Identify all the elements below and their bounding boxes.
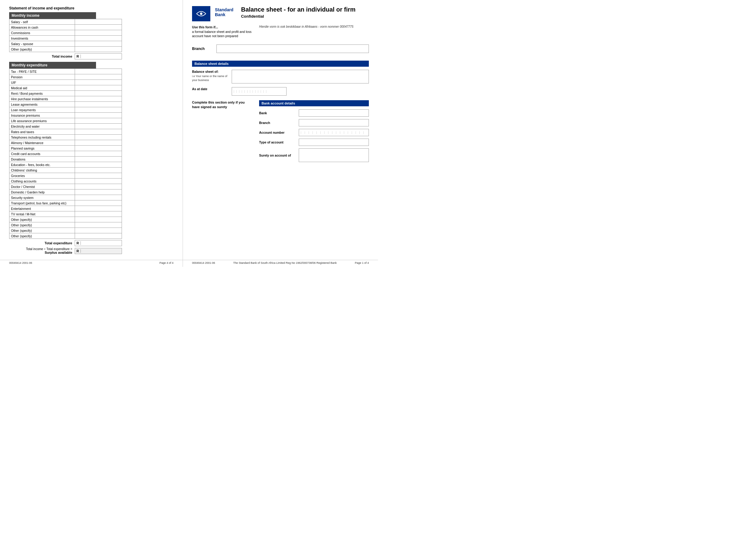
income-item-label: Salary - self (10, 19, 75, 25)
expenditure-item-value[interactable] (75, 102, 122, 107)
total-income-row: Total income R (9, 53, 122, 60)
expenditure-item-value[interactable] (75, 129, 122, 135)
expenditure-item-value[interactable] (75, 69, 122, 74)
expenditure-item-value[interactable] (75, 157, 122, 162)
expenditure-item-value[interactable] (75, 162, 122, 167)
expenditure-item-value[interactable] (75, 107, 122, 113)
table-row: Lease agreements (10, 102, 122, 107)
expenditure-item-label: Tax - PAYE / SITE (10, 69, 75, 74)
expenditure-item-value[interactable] (75, 96, 122, 102)
expenditure-item-value[interactable] (75, 200, 122, 206)
expenditure-item-value[interactable] (75, 135, 122, 140)
table-row: Education - fees, books etc. (10, 162, 122, 167)
left-panel-title: Statement of income and expenditure (9, 6, 174, 10)
table-row: Other (specify) (10, 47, 122, 52)
expenditure-item-label: Clothing accounts (10, 179, 75, 184)
table-row: Clothing accounts (10, 179, 122, 184)
as-at-date-input[interactable]: | | | | | | | | | | | | | (232, 87, 286, 96)
expenditure-item-value[interactable] (75, 85, 122, 91)
expenditure-item-label: Security system (10, 195, 75, 200)
expenditure-item-value[interactable] (75, 91, 122, 96)
expenditure-item-value[interactable] (75, 184, 122, 190)
expenditure-item-value[interactable] (75, 195, 122, 200)
branch-label: Branch (192, 47, 216, 51)
income-item-value[interactable] (75, 36, 122, 41)
expenditure-item-label: Alimony / Maintenance (10, 140, 75, 146)
income-item-value[interactable] (75, 19, 122, 25)
total-expenditure-row: Total expenditure R (9, 240, 122, 246)
expenditure-item-value[interactable] (75, 217, 122, 222)
expenditure-item-value[interactable] (75, 228, 122, 233)
surplus-row: Total income ÷ Total expenditure = Surpl… (9, 247, 122, 254)
bank-branch-input[interactable] (299, 119, 369, 126)
expenditure-item-label: Other (specify) (10, 217, 75, 222)
bank-name-input[interactable] (299, 109, 369, 117)
table-row: Life assurance premiums (10, 118, 122, 124)
expenditure-item-value[interactable] (75, 113, 122, 118)
expenditure-item-value[interactable] (75, 212, 122, 217)
expenditure-item-value[interactable] (75, 80, 122, 85)
expenditure-item-value[interactable] (75, 118, 122, 124)
account-number-input[interactable]: | | | | | | | | | | | | | | | | | (299, 129, 369, 136)
expenditure-item-value[interactable] (75, 167, 122, 173)
balance-sheet-of-label: Balance sheet of: i.e Your name or the n… (192, 70, 232, 82)
expenditure-item-value[interactable] (75, 222, 122, 228)
table-row: Investments (10, 36, 122, 41)
bank-name-row: Bank (259, 109, 369, 117)
table-row: Groceries (10, 173, 122, 179)
surety-on-account-row: Surety on account of (259, 148, 369, 162)
complete-section-note: Complete this section only if you have s… (192, 100, 253, 110)
expenditure-item-label: UIF (10, 80, 75, 85)
income-item-value[interactable] (75, 30, 122, 36)
as-at-label: As at date (192, 87, 232, 91)
right-footer-id: 00049414 2001-06 (192, 261, 215, 265)
expenditure-item-value[interactable] (75, 124, 122, 129)
expenditure-item-value[interactable] (75, 190, 122, 195)
expenditure-item-value[interactable] (75, 173, 122, 179)
bank-field-label: Bank (259, 111, 299, 115)
left-footer: 00049414 2001-06 Page 4 of 4 (0, 260, 183, 265)
bank-account-details-header: Bank account details (259, 100, 369, 106)
surplus-main-label: Surplus available (9, 251, 72, 254)
table-row: Hire purchase instalments (10, 96, 122, 102)
income-item-value[interactable] (75, 47, 122, 52)
table-row: Pension (10, 74, 122, 80)
table-row: Insurance premiums (10, 113, 122, 118)
income-item-value[interactable] (75, 25, 122, 30)
svg-point-1 (200, 13, 202, 15)
expenditure-item-value[interactable] (75, 140, 122, 146)
expenditure-item-label: Telephones including rentals (10, 135, 75, 140)
table-row: Doctor / Chemist (10, 184, 122, 190)
expenditure-item-value[interactable] (75, 206, 122, 212)
complete-section-wrapper: Complete this section only if you have s… (192, 100, 369, 165)
surplus-box: R (75, 248, 122, 254)
use-form-body: a formal balance sheet and profit and lo… (192, 30, 252, 38)
table-row: Transport (petrol, bus fare, parking etc… (10, 200, 122, 206)
expenditure-item-label: Childrens' clothing (10, 167, 75, 173)
expenditure-item-value[interactable] (75, 233, 122, 239)
left-footer-id: 00049414 2001-06 (9, 261, 32, 265)
date-placeholder: | | | | | | | | | | | | | (233, 90, 267, 93)
expenditure-item-label: TV rental / M-Net (10, 212, 75, 217)
table-row: Telephones including rentals (10, 135, 122, 140)
use-form-text-area: Use this form if... a formal balance she… (192, 25, 253, 38)
surety-on-account-input[interactable] (299, 148, 369, 162)
monthly-income-header: Monthly income (9, 12, 96, 19)
balance-sheet-of-input[interactable] (232, 70, 369, 84)
branch-input[interactable] (216, 44, 369, 53)
bank-name: StandardBank (215, 7, 233, 17)
expenditure-item-label: Transport (petrol, bus fare, parking etc… (10, 200, 75, 206)
income-item-value[interactable] (75, 41, 122, 47)
expenditure-item-label: Life assurance premiums (10, 118, 75, 124)
type-of-account-input[interactable] (299, 139, 369, 146)
expenditure-item-label: Rent / Bond payments (10, 91, 75, 96)
table-row: Donations (10, 157, 122, 162)
expenditure-item-value[interactable] (75, 179, 122, 184)
table-row: Commissions (10, 30, 122, 36)
expenditure-item-value[interactable] (75, 74, 122, 80)
table-row: Allowances in cash (10, 25, 122, 30)
total-expenditure-label: Total expenditure (9, 241, 75, 245)
expenditure-item-value[interactable] (75, 151, 122, 157)
expenditure-item-value[interactable] (75, 146, 122, 151)
expenditure-item-label: Education - fees, books etc. (10, 162, 75, 167)
